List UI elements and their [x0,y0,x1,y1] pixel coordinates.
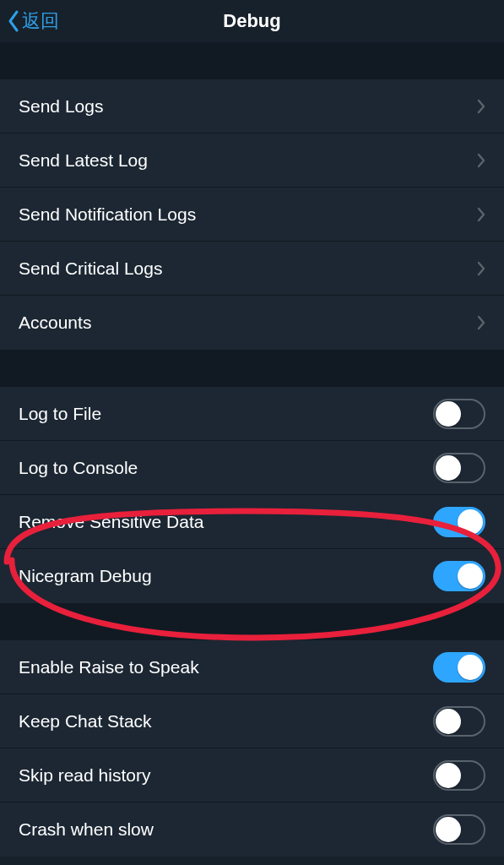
row-accounts[interactable]: Accounts [0,296,504,350]
row-label: Keep Chat Stack [19,711,152,732]
page-title: Debug [223,10,280,32]
row-log-to-console[interactable]: Log to Console [0,441,504,495]
back-button[interactable]: 返回 [7,0,59,42]
toggle-knob [436,763,461,788]
chevron-right-icon [477,261,485,276]
toggle-knob [458,563,483,589]
toggle-knob [436,817,461,842]
row-label: Send Critical Logs [19,258,162,279]
row-label: Nicegram Debug [19,566,152,586]
toggle-skip-read-history[interactable] [433,760,485,791]
toggle-crash-when-slow[interactable] [433,814,485,845]
row-label: Enable Raise to Speak [19,657,199,677]
section-logs: Send Logs Send Latest Log Send Notificat… [0,79,504,350]
row-send-latest-log[interactable]: Send Latest Log [0,133,504,188]
row-remove-sensitive-data[interactable]: Remove Sensitive Data [0,495,504,549]
row-label: Accounts [19,313,91,333]
row-label: Crash when slow [19,819,154,840]
row-label: Send Logs [19,96,103,117]
section-misc: Enable Raise to Speak Keep Chat Stack Sk… [0,640,504,857]
row-label: Log to Console [19,458,138,478]
navbar: 返回 Debug [0,0,504,42]
row-keep-chat-stack[interactable]: Keep Chat Stack [0,694,504,748]
row-nicegram-debug[interactable]: Nicegram Debug [0,549,504,603]
row-enable-raise-to-speak[interactable]: Enable Raise to Speak [0,640,504,694]
row-label: Log to File [19,404,101,424]
chevron-left-icon [7,9,20,33]
section-gap [0,350,504,387]
toggle-log-to-file[interactable] [433,399,485,429]
row-send-notification-logs[interactable]: Send Notification Logs [0,188,504,242]
toggle-remove-sensitive-data[interactable] [433,507,485,537]
toggle-knob [458,509,483,535]
toggle-enable-raise-to-speak[interactable] [433,652,485,683]
row-crash-when-slow[interactable]: Crash when slow [0,802,504,857]
row-label: Remove Sensitive Data [19,512,203,532]
row-send-critical-logs[interactable]: Send Critical Logs [0,242,504,296]
chevron-right-icon [477,153,485,168]
row-label: Skip read history [19,765,150,786]
section-logging: Log to File Log to Console Remove Sensit… [0,387,504,603]
toggle-knob [436,709,461,734]
row-log-to-file[interactable]: Log to File [0,387,504,441]
toggle-keep-chat-stack[interactable] [433,706,485,737]
toggle-knob [436,401,461,427]
chevron-right-icon [477,315,485,330]
toggle-knob [436,455,461,481]
section-gap [0,603,504,640]
chevron-right-icon [477,207,485,222]
row-label: Send Latest Log [19,150,148,171]
row-label: Send Notification Logs [19,204,196,225]
toggle-knob [458,655,483,680]
row-send-logs[interactable]: Send Logs [0,79,504,133]
row-skip-read-history[interactable]: Skip read history [0,748,504,802]
toggle-log-to-console[interactable] [433,453,485,483]
toggle-nicegram-debug[interactable] [433,561,485,591]
back-label: 返回 [22,8,59,34]
section-gap [0,42,504,79]
chevron-right-icon [477,99,485,114]
